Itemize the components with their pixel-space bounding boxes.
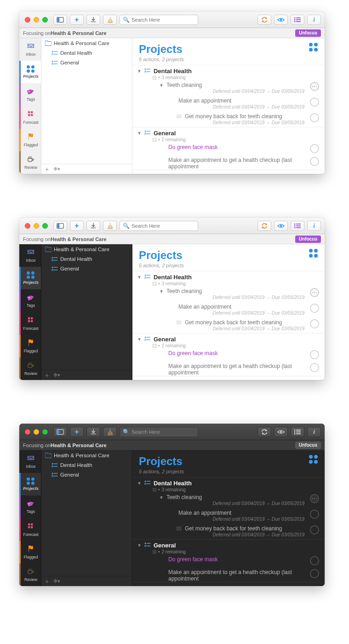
inspector-button[interactable]: i (307, 221, 321, 231)
close-icon[interactable] (25, 17, 30, 23)
perspective-tags[interactable]: Tags (19, 83, 41, 106)
search-field[interactable]: 🔍 (120, 427, 198, 437)
perspective-forecast[interactable]: Forecast (19, 312, 41, 335)
disclosure-triangle-icon[interactable]: ▼ (137, 543, 142, 548)
perspective-projects[interactable]: Projects (19, 473, 41, 495)
perspective-forecast[interactable]: Forecast (19, 518, 41, 541)
task-status-circle[interactable] (310, 494, 319, 503)
outline-project[interactable]: General (41, 58, 132, 67)
disclosure-triangle-icon[interactable]: ▼ (159, 83, 164, 88)
minimize-icon[interactable] (34, 17, 39, 23)
outline-settings-button[interactable]: ✻▾ (53, 578, 60, 584)
inspector-button[interactable]: i (307, 15, 321, 25)
task-title[interactable]: Get money back back for teeth cleaning (185, 525, 282, 532)
view-options-button[interactable] (291, 427, 304, 437)
view-button[interactable] (274, 221, 288, 231)
outline-project[interactable]: General (41, 470, 132, 479)
task-status-circle[interactable] (310, 113, 319, 122)
task-status-circle[interactable] (310, 319, 319, 328)
sidebar-toggle-button[interactable] (53, 15, 67, 25)
cleanup-button[interactable] (103, 427, 117, 437)
perspective-inbox[interactable]: Inbox (19, 38, 41, 61)
outline-folder[interactable]: Health & Personal Care (41, 38, 132, 48)
perspective-icon[interactable] (309, 249, 318, 258)
outline-folder[interactable]: Health & Personal Care (41, 244, 132, 254)
perspective-icon[interactable] (309, 455, 318, 464)
project-header[interactable]: ▼ General (132, 540, 325, 549)
task-title[interactable]: Do green face mask (168, 556, 217, 563)
add-outline-button[interactable]: + (45, 578, 49, 585)
perspective-flagged[interactable]: Flagged (19, 541, 41, 564)
perspective-projects[interactable]: Projects (19, 267, 41, 289)
task-status-circle[interactable] (310, 144, 319, 153)
project-header[interactable]: ▼ Dental Health (132, 271, 325, 281)
task-title[interactable]: Make an appointment to get a health chec… (168, 157, 304, 170)
disclosure-triangle-icon[interactable]: ▼ (137, 481, 142, 486)
sync-button[interactable] (257, 221, 271, 231)
minimize-icon[interactable] (34, 223, 39, 229)
task-status-circle[interactable] (310, 288, 319, 297)
unfocus-button[interactable]: Unfocus (295, 442, 321, 449)
maximize-icon[interactable] (42, 17, 48, 23)
unfocus-button[interactable]: Unfocus (295, 29, 321, 37)
quick-entry-button[interactable] (86, 427, 100, 437)
add-button[interactable]: + (70, 15, 84, 25)
minimize-icon[interactable] (34, 429, 39, 435)
task-title[interactable]: Make an appointment (178, 304, 231, 310)
sync-button[interactable] (257, 15, 271, 25)
perspective-flagged[interactable]: Flagged (19, 335, 41, 357)
task-title[interactable]: Make an appointment to get a health chec… (168, 363, 304, 376)
outline-project[interactable]: Dental Health (41, 460, 132, 470)
view-button[interactable] (274, 15, 288, 25)
task-status-circle[interactable] (310, 350, 319, 359)
perspective-tags[interactable]: Tags (19, 289, 41, 312)
search-field[interactable]: 🔍 (120, 15, 198, 25)
task-title[interactable]: Teeth cleaning (166, 82, 304, 88)
quick-entry-button[interactable] (86, 15, 100, 25)
task-title[interactable]: Do green face mask (168, 144, 217, 150)
project-header[interactable]: ▼ General (132, 127, 325, 137)
close-icon[interactable] (25, 429, 30, 435)
perspective-review[interactable]: Review (19, 564, 41, 586)
perspective-inbox[interactable]: Inbox (19, 450, 41, 473)
view-options-button[interactable] (291, 221, 304, 231)
perspective-inbox[interactable]: Inbox (19, 244, 41, 267)
search-input[interactable] (132, 429, 195, 435)
unfocus-button[interactable]: Unfocus (295, 236, 321, 243)
disclosure-triangle-icon[interactable]: ▼ (137, 275, 142, 280)
disclosure-triangle-icon[interactable]: ▼ (137, 131, 142, 136)
add-outline-button[interactable]: + (45, 372, 49, 379)
search-input[interactable] (132, 17, 195, 23)
perspective-flagged[interactable]: Flagged (19, 129, 41, 151)
task-title[interactable]: Teeth cleaning (166, 494, 304, 500)
task-title[interactable]: Make an appointment to get a health chec… (168, 569, 304, 582)
view-options-button[interactable] (291, 15, 304, 25)
task-title[interactable]: Make an appointment (178, 98, 231, 104)
task-status-circle[interactable] (310, 157, 319, 166)
perspective-icon[interactable] (309, 43, 318, 52)
project-header[interactable]: ▼ Dental Health (132, 477, 325, 487)
task-status-circle[interactable] (310, 363, 319, 372)
outline-project[interactable]: Dental Health (41, 48, 132, 58)
outline-settings-button[interactable]: ✻▾ (53, 166, 60, 172)
quick-entry-button[interactable] (86, 221, 100, 231)
outline-project[interactable]: General (41, 264, 132, 273)
inspector-button[interactable]: i (307, 427, 321, 437)
outline-folder[interactable]: Health & Personal Care (41, 450, 132, 460)
maximize-icon[interactable] (42, 429, 48, 435)
sync-button[interactable] (257, 427, 271, 437)
task-status-circle[interactable] (310, 569, 319, 578)
search-field[interactable]: 🔍 (120, 221, 198, 231)
add-outline-button[interactable]: + (45, 166, 49, 173)
task-title[interactable]: Teeth cleaning (166, 288, 304, 294)
task-status-circle[interactable] (310, 82, 319, 91)
cleanup-button[interactable] (103, 221, 117, 231)
task-status-circle[interactable] (310, 510, 319, 519)
sidebar-toggle-button[interactable] (53, 221, 67, 231)
search-input[interactable] (132, 223, 195, 229)
maximize-icon[interactable] (42, 223, 48, 229)
task-status-circle[interactable] (310, 525, 319, 535)
task-status-circle[interactable] (310, 98, 319, 107)
outline-settings-button[interactable]: ✻▾ (53, 372, 60, 378)
disclosure-triangle-icon[interactable]: ▼ (137, 337, 142, 342)
